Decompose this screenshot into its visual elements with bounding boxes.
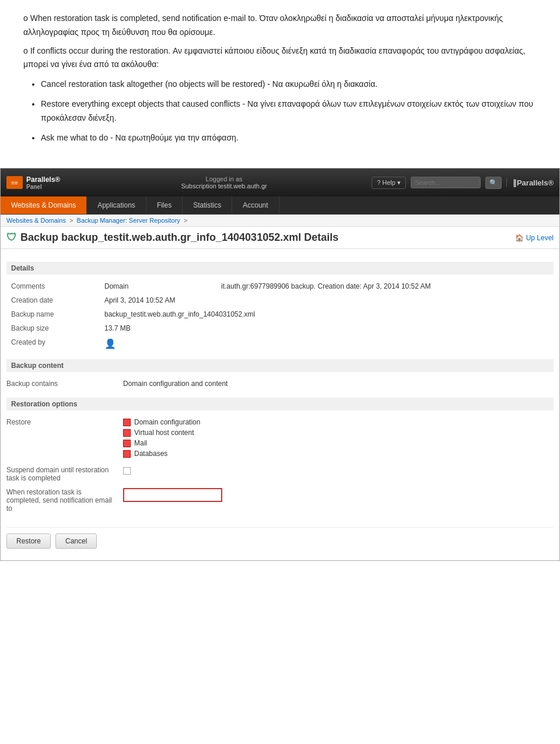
checkbox-vhost-row: Virtual host content [123,429,554,437]
user-icon: 👤 [104,339,116,349]
up-level-icon: 🏠 [515,234,524,242]
panel-logo: ≡≡ Parallels® Panel [6,176,76,190]
created-by-label: Created by [6,335,100,352]
panel-content: Details Comments Domain it.auth.gr:69779… [1,249,559,560]
search-input[interactable] [411,177,481,188]
cancel-button[interactable]: Cancel [55,534,97,549]
help-label: Help [382,179,396,186]
panel-header: ≡≡ Parallels® Panel Logged in as Subscri… [1,169,559,196]
details-table: Comments Domain it.auth.gr:6977989906 ba… [6,279,554,352]
comments-col3: it.auth.gr:6977989906 backup. Creation d… [216,279,554,293]
restore-row: Restore Domain configuration Virtual hos… [6,415,554,463]
suspend-checkbox[interactable] [123,467,131,475]
search-button[interactable]: 🔍 [485,177,502,189]
email-input[interactable] [123,488,222,502]
backup-name-value: backup_testit.web.auth.gr_info_140403105… [100,307,554,321]
comments-col2: Domain [100,279,216,293]
panel-nav: Websites & Domains Applications Files St… [1,196,559,215]
subscription-label: Subscription testit.web.auth.gr [82,183,366,189]
table-row: Created by 👤 [6,335,554,352]
table-row: Comments Domain it.auth.gr:6977989906 ba… [6,279,554,293]
email-label: When restoration task is completed, send… [6,488,123,513]
table-row: Backup name backup_testit.web.auth.gr_in… [6,307,554,321]
checkbox-vhost[interactable] [123,429,131,437]
checkbox-mail-row: Mail [123,439,554,447]
restore-label: Restore [6,418,123,426]
up-level-text: Up Level [526,234,554,242]
checkbox-vhost-label: Virtual host content [134,429,194,437]
backup-name-label: Backup name [6,307,100,321]
suspend-checkbox-value [123,466,554,474]
backup-contains-value: Domain configuration and content [123,380,554,388]
header-center: Logged in as Subscription testit.web.aut… [82,176,366,189]
breadcrumb-websites[interactable]: Websites & Domains [6,217,66,224]
logged-in-label: Logged in as [82,176,366,183]
details-section-header: Details [6,262,554,275]
parallels-panel: ≡≡ Parallels® Panel Logged in as Subscri… [0,168,560,561]
tab-applications[interactable]: Applications [87,196,146,214]
breadcrumb: Websites & Domains > Backup Manager: Ser… [1,215,559,227]
help-icon: ? [377,179,380,186]
checkbox-domain-config-row: Domain configuration [123,418,554,426]
bullet-1: Cancel restoration task altogether (no o… [41,78,537,92]
suspend-row: Suspend domain until restoration task is… [6,463,554,485]
checkbox-domain-config[interactable] [123,419,131,426]
up-level-link[interactable]: 🏠 Up Level [515,234,554,242]
breadcrumb-backup-manager[interactable]: Backup Manager: Server Repository [77,217,180,224]
comments-label: Comments [6,279,100,293]
action-buttons: Restore Cancel [6,527,554,555]
parallels-brand: ‖Parallels® [506,178,554,187]
restoration-section-header: Restoration options [6,398,554,410]
parallels-logo-text: Parallels® [26,176,60,184]
help-chevron-icon: ▾ [397,179,401,187]
suspend-label: Suspend domain until restoration task is… [6,466,123,482]
backup-content-section-header: Backup content [6,359,554,372]
checkbox-mail-label: Mail [134,439,147,447]
search-icon: 🔍 [489,179,498,186]
backup-contains-label: Backup contains [6,380,123,388]
checkbox-mail[interactable] [123,440,131,447]
backup-size-value: 13.7 MB [100,321,216,335]
tab-statistics[interactable]: Statistics [183,196,232,214]
page-title-text: Backup backup_testit.web.auth.gr_info_14… [20,231,338,244]
checkbox-domain-config-label: Domain configuration [134,418,200,426]
page-title-bar: 🛡 Backup backup_testit.web.auth.gr_info_… [1,227,559,249]
checkbox-databases-label: Databases [134,450,167,458]
table-row: Backup size 13.7 MB [6,321,554,335]
document-area: ο When restoration task is completed, se… [0,0,560,162]
bullet-2: Restore everything except objects that c… [41,97,537,125]
created-by-value: 👤 [100,335,216,352]
parallels-logo-icon: ≡≡ [6,176,23,189]
email-input-wrapper [123,488,554,502]
doc-text-intro: ο When restoration task is completed, se… [23,12,537,40]
email-row: When restoration task is completed, send… [6,485,554,515]
backup-contains-row: Backup contains Domain configuration and… [6,377,554,391]
creation-date-label: Creation date [6,293,100,307]
doc-text-conflicts: ο If conflicts occur during the restorat… [23,44,537,72]
tab-account[interactable]: Account [232,196,279,214]
creation-date-value: April 3, 2014 10:52 AM [100,293,216,307]
page-title: 🛡 Backup backup_testit.web.auth.gr_info_… [6,231,338,244]
restore-options: Domain configuration Virtual host conten… [123,418,554,460]
header-right: ? Help ▾ 🔍 ‖Parallels® [372,177,554,189]
restore-button[interactable]: Restore [6,534,51,549]
bullet-3: Ask me what to do - Να ερωτηθούμε για τη… [41,131,537,145]
help-button[interactable]: ? Help ▾ [372,177,406,189]
tab-files[interactable]: Files [146,196,183,214]
doc-bullets: Cancel restoration task altogether (no o… [41,78,537,145]
table-row: Creation date April 3, 2014 10:52 AM [6,293,554,307]
panel-label: Panel [26,184,60,190]
tab-websites-domains[interactable]: Websites & Domains [1,196,87,214]
backup-size-label: Backup size [6,321,100,335]
backup-icon: 🛡 [6,231,17,244]
checkbox-databases-row: Databases [123,450,554,458]
checkbox-databases[interactable] [123,450,131,458]
